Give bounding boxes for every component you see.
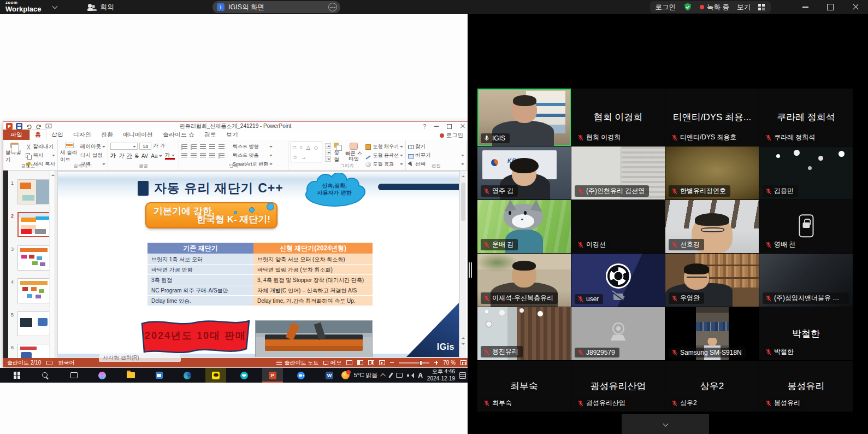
change-case-button[interactable]: Aa <box>151 153 162 159</box>
speaker-icon[interactable] <box>407 373 414 378</box>
new-slide-button[interactable]: 새 슬라이드 <box>60 142 78 163</box>
shrink-font-button[interactable]: 가 <box>160 143 165 149</box>
decrease-indent-icon[interactable] <box>200 144 206 150</box>
slide-thumbnail-panel[interactable]: 1 2 3 4 5 6 <box>8 171 55 358</box>
taskbar-search-button[interactable] <box>35 368 56 383</box>
ppt-tab-design[interactable]: 디자인 <box>68 130 96 140</box>
save-icon[interactable] <box>16 123 22 130</box>
ppt-close-icon[interactable] <box>459 124 465 130</box>
scrollbar-thumb[interactable] <box>461 183 465 221</box>
chevron-down-icon[interactable] <box>52 4 58 9</box>
shapes-scroll-down-icon[interactable] <box>325 150 331 155</box>
language-indicator[interactable]: 한국어 <box>58 359 74 367</box>
participant-tile-20[interactable]: 박철한박철한 <box>759 307 853 360</box>
bullets-icon[interactable] <box>181 144 187 150</box>
gallery-scroll-down-button[interactable] <box>622 414 709 434</box>
participant-tile-14[interactable]: user <box>571 254 665 307</box>
ppt-tab-transitions[interactable]: 전환 <box>96 130 118 140</box>
grow-font-button[interactable]: 가 <box>153 142 158 150</box>
align-left-icon[interactable] <box>181 153 187 159</box>
align-right-icon[interactable] <box>200 153 206 159</box>
next-slide-icon[interactable] <box>462 343 465 347</box>
tab-shared-screen[interactable]: I IGIS의 화면 <box>212 1 340 13</box>
font-color-button[interactable]: 가 <box>165 153 175 160</box>
cut-button[interactable]: 잘라내기 <box>26 143 55 150</box>
zoom-out-icon[interactable] <box>390 362 394 363</box>
participant-tile-10[interactable]: 이경선 <box>571 200 665 253</box>
notification-center-icon[interactable] <box>459 372 466 379</box>
participant-tile-4[interactable]: 쿠라레 정희석쿠라레 정희석 <box>759 89 853 146</box>
help-icon[interactable]: ? <box>423 124 426 130</box>
underline-button[interactable]: 가 <box>127 152 132 160</box>
numbering-icon[interactable] <box>191 144 197 150</box>
whale-browser-button[interactable] <box>234 368 255 383</box>
participant-tile-21[interactable]: 최부숙최부숙 <box>477 361 571 412</box>
close-button[interactable] <box>843 0 868 14</box>
participant-tile-16[interactable]: (주)정암지앤더블유 곽근... <box>759 254 853 307</box>
columns-icon[interactable] <box>219 153 225 159</box>
ppt-tab-home[interactable]: 홈 <box>29 129 46 140</box>
line-spacing-icon[interactable] <box>219 144 225 150</box>
slide-canvas[interactable]: 자동 유리 재단기 C++ 신속,정확,사용자가 편한 기본기에 강한, <box>57 171 459 357</box>
normal-view-icon[interactable] <box>346 360 352 365</box>
tab-meeting[interactable]: 회의 <box>87 0 114 14</box>
ppt-tab-animations[interactable]: 애니메이션 <box>118 130 158 140</box>
keyboard-tray-icon[interactable] <box>396 373 403 378</box>
zoom-app-button[interactable] <box>291 368 311 383</box>
participant-tile-2[interactable]: 협회 이경희협회 이경희 <box>571 89 665 146</box>
participant-tile-11[interactable]: 선호경 <box>665 200 759 253</box>
login-button[interactable]: 로그인 <box>656 3 676 12</box>
kakaotalk-button[interactable] <box>205 368 226 383</box>
participant-tile-13[interactable]: 이재석-우신복층유리 <box>477 254 571 307</box>
justify-icon[interactable] <box>209 153 215 159</box>
store-app-button[interactable] <box>149 368 169 383</box>
shapes-scroll-up-icon[interactable] <box>325 143 331 149</box>
ppt-tab-insert[interactable]: 삽입 <box>46 130 68 140</box>
slideshow-view-icon[interactable] <box>379 360 385 365</box>
participant-tile-24[interactable]: 봉성유리봉성유리 <box>759 361 853 412</box>
recording-indicator[interactable]: 녹화 중 <box>700 3 729 12</box>
find-button[interactable]: 찾기 <box>408 143 464 150</box>
thumbnail-scrollbar[interactable] <box>49 171 54 358</box>
align-text-button[interactable]: 텍스트 맞춤 <box>233 152 273 159</box>
start-button[interactable] <box>7 368 27 383</box>
ppt-minimize-icon[interactable] <box>433 124 439 130</box>
participant-tile-7[interactable]: 한별유리정연호 <box>665 146 759 200</box>
participant-tile-17[interactable]: 용진유리 <box>477 307 571 360</box>
hidden-icons-chevron[interactable] <box>380 373 386 379</box>
ppt-login-button[interactable]: 로그인 <box>440 132 464 139</box>
ppt-tab-slideshow[interactable]: 슬라이드 쇼 <box>158 130 199 140</box>
participant-tile-5[interactable]: KEGWA영주 김 <box>477 146 571 200</box>
previous-slide-icon[interactable] <box>462 336 465 339</box>
view-button[interactable]: 보기 <box>737 3 751 12</box>
participant-tile-22[interactable]: 광성유리산업광성유리산업 <box>571 361 665 412</box>
shape-outline-button[interactable]: 도형 윤곽선 <box>365 152 403 159</box>
quick-styles-button[interactable]: 빠른 스타일 <box>344 142 363 163</box>
participant-tile-18[interactable]: J8929579 <box>571 307 665 360</box>
panel-resize-handle[interactable] <box>469 262 473 278</box>
pen-tray-icon[interactable] <box>388 372 393 378</box>
participant-tile-9[interactable]: 운배 김 <box>477 200 571 253</box>
zoom-slider[interactable] <box>399 362 429 363</box>
participant-tile-15[interactable]: 우영완 <box>665 254 759 307</box>
fit-to-window-icon[interactable] <box>460 360 467 365</box>
edge-button[interactable] <box>177 368 198 383</box>
paste-button[interactable]: 붙여넣기 <box>5 142 23 163</box>
scroll-up-icon[interactable] <box>462 174 465 177</box>
maximize-button[interactable] <box>818 0 843 14</box>
memo-button[interactable]: 메모 <box>323 359 341 367</box>
security-shield-icon[interactable] <box>683 3 692 11</box>
ppt-restore-icon[interactable] <box>446 124 452 130</box>
align-center-icon[interactable] <box>191 153 197 159</box>
share-tab-options-icon[interactable] <box>328 3 337 11</box>
slide-sorter-view-icon[interactable] <box>357 360 363 365</box>
ime-indicator[interactable]: A <box>418 372 423 379</box>
weather-icon[interactable] <box>341 371 350 379</box>
participant-tile-8[interactable]: 김용민 <box>759 146 853 200</box>
file-explorer-button[interactable] <box>120 368 141 383</box>
ppt-tab-file[interactable]: 파일 <box>3 130 29 140</box>
gallery-view-icon[interactable] <box>758 4 765 11</box>
weather-text[interactable]: 5°C 맑음 <box>354 371 378 379</box>
replace-button[interactable]: 바꾸기 <box>408 152 464 159</box>
character-spacing-button[interactable]: AV <box>141 153 149 159</box>
